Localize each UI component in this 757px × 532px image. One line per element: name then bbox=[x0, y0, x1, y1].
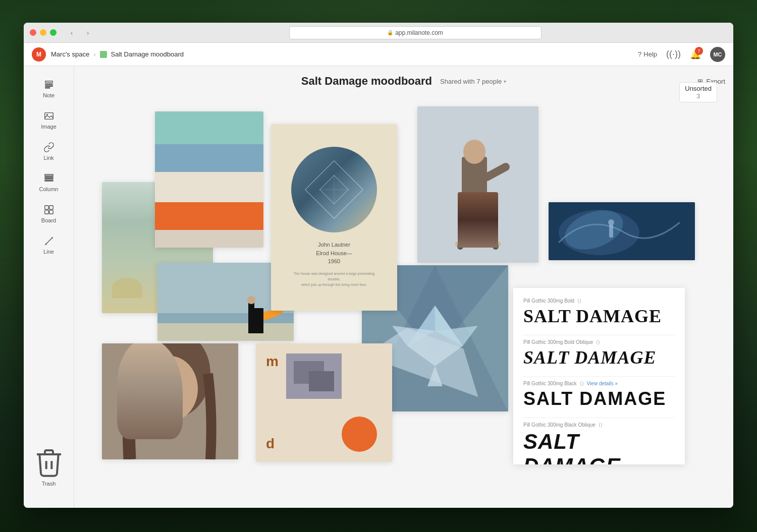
broadcast-button[interactable]: ((·)) bbox=[666, 49, 681, 60]
svg-rect-2 bbox=[45, 86, 52, 86]
font-row-4: Pill Gothic 300mg Black Oblique ⟨⟩ SALT … bbox=[523, 422, 675, 464]
svg-rect-33 bbox=[609, 225, 613, 238]
sidebar-item-note[interactable]: Note bbox=[29, 74, 69, 103]
portrait-graphic bbox=[102, 343, 238, 459]
sidebar-item-image[interactable]: Image bbox=[29, 105, 69, 135]
forward-button[interactable]: › bbox=[81, 27, 95, 38]
svg-rect-3 bbox=[45, 88, 49, 88]
svg-marker-49 bbox=[435, 326, 478, 346]
wave-graphic bbox=[549, 202, 695, 260]
shared-badge[interactable]: Shared with 7 people ▾ bbox=[440, 78, 506, 85]
svg-point-53 bbox=[142, 356, 198, 422]
unsorted-button[interactable]: Unsorted 3 bbox=[679, 82, 717, 102]
svg-point-29 bbox=[457, 244, 463, 250]
skateboarder-image[interactable] bbox=[417, 106, 538, 263]
breadcrumb-board-color bbox=[100, 51, 107, 58]
column-icon bbox=[43, 173, 55, 184]
sidebar-item-link[interactable]: Link bbox=[29, 137, 69, 166]
unsorted-count: 3 bbox=[696, 92, 700, 100]
poster-circle bbox=[291, 147, 377, 232]
svg-rect-28 bbox=[455, 242, 501, 247]
font-row-3: Pill Gothic 300mg Black ⟨⟩ View details … bbox=[523, 381, 675, 409]
font-code-icon-3: ⟨⟩ bbox=[580, 381, 584, 386]
view-details-link[interactable]: View details » bbox=[587, 381, 618, 386]
font-code-icon-2: ⟨⟩ bbox=[596, 339, 600, 345]
font-label-3: Pill Gothic 300mg Black ⟨⟩ View details … bbox=[523, 381, 675, 386]
svg-point-32 bbox=[559, 210, 639, 255]
board-icon bbox=[43, 204, 55, 215]
image-icon bbox=[43, 110, 55, 122]
sidebar: Note Image Link bbox=[24, 66, 74, 508]
sidebar-trash-label: Trash bbox=[42, 481, 56, 487]
main-area: Note Image Link bbox=[24, 66, 733, 508]
font-divider-3 bbox=[523, 418, 675, 418]
palette-beige bbox=[155, 230, 263, 248]
font-showcase-card[interactable]: Pill Gothic 300mg Bold ⟨⟩ SALT DAMAGE Pi… bbox=[513, 288, 685, 464]
help-label: Help bbox=[643, 50, 657, 58]
svg-rect-1 bbox=[45, 84, 52, 84]
svg-rect-22 bbox=[472, 207, 487, 239]
font-divider-2 bbox=[523, 376, 675, 377]
svg-point-30 bbox=[493, 244, 499, 250]
portrait-woman-image[interactable] bbox=[102, 343, 238, 459]
design-card[interactable]: m d bbox=[256, 343, 392, 462]
breadcrumb-space[interactable]: Marc's space bbox=[51, 50, 89, 58]
window-controls bbox=[30, 29, 57, 36]
maximize-button[interactable] bbox=[50, 29, 57, 36]
design-photo bbox=[286, 353, 342, 399]
svg-rect-13 bbox=[49, 210, 52, 214]
notifications-button[interactable]: 🔔 7 bbox=[690, 49, 701, 60]
design-letter-m-bot: d bbox=[266, 436, 275, 452]
minimize-button[interactable] bbox=[40, 29, 46, 36]
svg-point-26 bbox=[460, 236, 475, 244]
design-orange-circle bbox=[342, 417, 377, 452]
user-initials: MC bbox=[713, 51, 722, 57]
brand-initials: M bbox=[36, 51, 41, 58]
font-display-black-italic: SALT DAMAGE bbox=[523, 430, 675, 464]
font-row-1: Pill Gothic 300mg Bold ⟨⟩ SALT DAMAGE bbox=[523, 298, 675, 327]
title-bar: ‹ › 🔒 app.milanote.com bbox=[24, 23, 733, 43]
poster-card[interactable]: John Lautner Elrod House— 1960 The house… bbox=[271, 124, 397, 311]
svg-rect-17 bbox=[320, 175, 349, 204]
wave-surf-image[interactable] bbox=[549, 202, 695, 260]
svg-point-55 bbox=[176, 387, 182, 391]
design-card-inner: m d bbox=[256, 343, 392, 462]
svg-point-16 bbox=[51, 237, 53, 239]
svg-marker-45 bbox=[407, 306, 463, 366]
color-palette-card[interactable] bbox=[155, 111, 263, 248]
svg-rect-21 bbox=[465, 197, 476, 238]
address-bar[interactable]: 🔒 app.milanote.com bbox=[289, 26, 542, 39]
user-avatar[interactable]: MC bbox=[710, 47, 725, 62]
sidebar-item-trash[interactable]: Trash bbox=[29, 441, 69, 492]
unsorted-label: Unsorted bbox=[685, 85, 712, 92]
back-button[interactable]: ‹ bbox=[65, 27, 79, 38]
breadcrumb: Marc's space › Salt Damage moodboard bbox=[51, 50, 184, 58]
close-button[interactable] bbox=[30, 29, 36, 36]
sidebar-item-column[interactable]: Column bbox=[29, 168, 69, 197]
svg-marker-48 bbox=[392, 326, 435, 346]
svg-rect-6 bbox=[44, 174, 53, 176]
poster-desc: The house was designed around a large pr… bbox=[289, 271, 380, 288]
breadcrumb-separator: › bbox=[93, 50, 95, 58]
font-label-1: Pill Gothic 300mg Bold ⟨⟩ bbox=[523, 298, 675, 304]
help-button[interactable]: ? Help bbox=[638, 50, 657, 58]
sidebar-item-board[interactable]: Board bbox=[29, 199, 69, 228]
svg-line-14 bbox=[45, 238, 52, 245]
svg-rect-10 bbox=[44, 206, 48, 209]
palette-cream bbox=[155, 172, 263, 202]
shared-text: Shared with 7 people bbox=[440, 78, 502, 85]
board-area[interactable]: Salt Damage moodboard Shared with 7 peop… bbox=[74, 66, 733, 508]
font-display-bold: SALT DAMAGE bbox=[523, 306, 675, 327]
brand-logo: M bbox=[32, 47, 46, 62]
sidebar-item-line[interactable]: Line bbox=[29, 230, 69, 260]
poster-author: John Lautner Elrod House— 1960 bbox=[316, 241, 352, 266]
svg-rect-37 bbox=[157, 323, 294, 341]
board-title: Salt Damage moodboard bbox=[301, 75, 432, 88]
svg-point-24 bbox=[463, 140, 485, 164]
browser-window: ‹ › 🔒 app.milanote.com M Marc's space › … bbox=[24, 23, 733, 508]
sidebar-note-label: Note bbox=[43, 92, 55, 98]
poster-graphic bbox=[314, 169, 354, 210]
svg-marker-47 bbox=[407, 306, 435, 346]
canvas: John Lautner Elrod House— 1960 The house… bbox=[74, 96, 733, 508]
breadcrumb-board[interactable]: Salt Damage moodboard bbox=[111, 50, 184, 58]
